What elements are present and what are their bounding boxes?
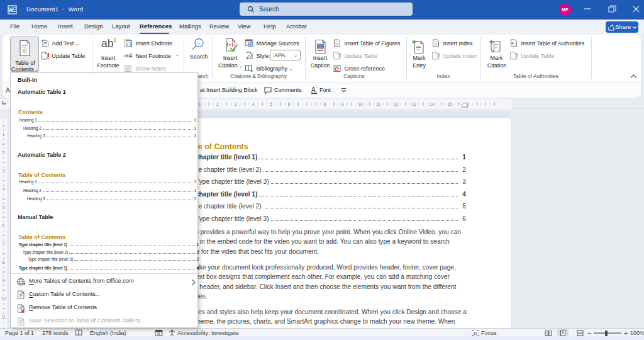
- svg-text:15: 15: [447, 102, 452, 106]
- svg-text:9: 9: [341, 102, 344, 106]
- svg-text:4: 4: [252, 102, 255, 106]
- svg-text:8: 8: [3, 260, 5, 264]
- svg-text:11: 11: [1, 315, 6, 319]
- svg-text:6: 6: [288, 102, 291, 106]
- svg-text:7: 7: [3, 242, 5, 246]
- svg-text:6: 6: [3, 224, 5, 228]
- svg-text:14: 14: [430, 102, 435, 106]
- svg-text:A: A: [6, 87, 10, 94]
- svg-text:1: 1: [199, 102, 201, 106]
- svg-text:3: 3: [3, 169, 5, 173]
- svg-text:2: 2: [216, 102, 219, 106]
- svg-text:2: 2: [3, 150, 5, 155]
- svg-text:A: A: [311, 86, 316, 93]
- svg-text:1: 1: [3, 132, 5, 137]
- svg-text:10: 10: [1, 297, 6, 301]
- svg-text:W: W: [8, 7, 14, 13]
- svg-text:10: 10: [358, 102, 363, 106]
- svg-text:4: 4: [3, 187, 5, 191]
- svg-text:9: 9: [3, 278, 5, 283]
- svg-text:D: D: [474, 330, 477, 336]
- svg-text:11: 11: [376, 102, 380, 106]
- svg-text:8: 8: [323, 102, 326, 106]
- svg-text:13: 13: [412, 102, 417, 106]
- svg-text:ab: ab: [124, 53, 130, 59]
- svg-text:5: 5: [3, 205, 5, 210]
- svg-text:12: 12: [394, 102, 399, 106]
- svg-text:{:}: {:}: [127, 42, 131, 47]
- svg-text:i: i: [198, 40, 200, 47]
- svg-text:5: 5: [270, 102, 272, 106]
- svg-text:3: 3: [234, 102, 236, 106]
- svg-text:7: 7: [306, 102, 308, 106]
